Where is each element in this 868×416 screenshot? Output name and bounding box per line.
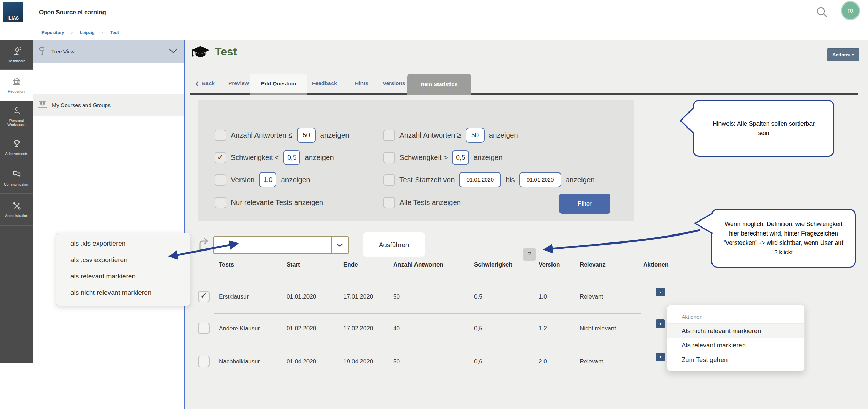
- cell-relevance: Relevant: [580, 288, 603, 306]
- tab-label: Item Statistics: [421, 81, 457, 87]
- sidebar-item-repository[interactable]: Repository: [0, 70, 33, 101]
- user-icon: [12, 106, 21, 116]
- sidebar-item-dashboard[interactable]: Dashboard: [0, 40, 33, 70]
- ilias-logo[interactable]: ILIAS: [3, 2, 23, 22]
- tree-item-my-courses[interactable]: My Courses and Groups: [33, 94, 184, 116]
- checkbox-unchecked[interactable]: [215, 197, 226, 208]
- column-header-start[interactable]: Start: [287, 261, 300, 268]
- filter-label: Test-Startzeit von: [399, 176, 455, 184]
- row-checkbox-unchecked[interactable]: [198, 323, 210, 334]
- annotation-bubble-sortable: Hinweis: Alle Spalten sollen sortierbar …: [693, 100, 834, 157]
- column-header-schwierigkeit[interactable]: Schwierigkeit: [474, 261, 512, 268]
- search-icon[interactable]: [816, 6, 828, 18]
- check-icon: ✓: [217, 153, 224, 161]
- select-chevron-down-icon[interactable]: [331, 237, 348, 253]
- table-divider: [214, 279, 641, 279]
- row-actions-dropdown-button[interactable]: ▾: [656, 288, 665, 296]
- row-checkbox-unchecked[interactable]: [198, 356, 210, 367]
- checkbox-unchecked[interactable]: [383, 174, 395, 186]
- tab-item-statistics-active[interactable]: Item Statistics: [407, 74, 471, 95]
- sidebar-item-administration[interactable]: Administration: [0, 194, 33, 226]
- checkbox-unchecked[interactable]: [383, 152, 395, 163]
- tab-feedback[interactable]: Feedback: [312, 80, 337, 86]
- sidebar-item-label: Communication: [4, 182, 29, 186]
- tab-preview[interactable]: Preview: [228, 80, 249, 86]
- difficulty-gt-input[interactable]: [452, 150, 469, 165]
- bulk-apply-arrow-icon: [197, 238, 211, 252]
- column-header-relevanz[interactable]: Relevanz: [580, 261, 606, 268]
- filter-start-time: Test-Startzeit von bis anzeigen: [383, 171, 595, 188]
- trophy-icon: [12, 139, 21, 149]
- checkbox-unchecked[interactable]: [383, 130, 395, 141]
- test-object-icon: [190, 44, 211, 63]
- filter-label: anzeigen: [320, 131, 349, 139]
- top-bar: ILIAS Open Source eLearning ro: [0, 0, 868, 25]
- actions-button[interactable]: Actions ▾: [827, 48, 859, 61]
- execute-button[interactable]: Ausführen: [363, 232, 425, 257]
- tab-edit-question[interactable]: Edit Question: [250, 74, 307, 95]
- content-left-border: [184, 40, 185, 409]
- chevron-down-icon[interactable]: [169, 48, 178, 55]
- cell-version: 1.2: [539, 319, 547, 338]
- sidebar-item-label: Administration: [5, 214, 28, 218]
- column-header-tests[interactable]: Tests: [219, 261, 234, 268]
- row-actions-dropdown-button[interactable]: ▾: [656, 319, 665, 328]
- checkbox-unchecked[interactable]: [215, 130, 226, 141]
- breadcrumb-repository[interactable]: Repository: [41, 30, 64, 35]
- tab-hints[interactable]: Hints: [355, 80, 368, 86]
- menu-item-export-csv[interactable]: als .csv exportieren: [56, 252, 190, 268]
- filter-label: anzeigen: [489, 131, 518, 139]
- start-date-from-input[interactable]: [459, 172, 501, 187]
- column-header-aktionen[interactable]: Aktionen: [643, 261, 669, 268]
- filter-panel: Anzahl Antworten ≤ anzeigen Anzahl Antwo…: [198, 100, 634, 221]
- column-header-anzahl-antworten[interactable]: Anzahl Antworten: [393, 261, 443, 268]
- checkbox-unchecked[interactable]: [215, 174, 226, 186]
- sidebar-item-communication[interactable]: Communication: [0, 163, 33, 194]
- cell-version: 2.0: [539, 353, 547, 371]
- answers-lte-input[interactable]: [297, 128, 316, 143]
- cell-difficulty: 0,6: [474, 353, 482, 371]
- version-input[interactable]: [259, 172, 276, 187]
- tab-versions[interactable]: Versions: [383, 80, 405, 86]
- cell-test: Andere Klausur: [219, 319, 260, 338]
- bulk-action-select[interactable]: [213, 236, 349, 254]
- filter-answers-lte: Anzahl Antworten ≤ anzeigen: [215, 127, 349, 144]
- breadcrumb-test[interactable]: Test: [110, 30, 119, 35]
- answers-gte-input[interactable]: [466, 128, 485, 143]
- filter-version: Version anzeigen: [215, 171, 310, 188]
- menu-item-go-to-test[interactable]: Zum Test gehen: [667, 353, 804, 367]
- start-date-to-input[interactable]: [519, 172, 561, 187]
- cell-relevance: Nicht relevant: [580, 319, 616, 338]
- cell-ende: 19.04.2020: [343, 353, 373, 371]
- tree-view-header[interactable]: Tree View: [33, 40, 184, 63]
- sidebar-item-personal-workspace[interactable]: Personal Workspace: [0, 101, 33, 132]
- menu-item-mark-not-relevant[interactable]: als nicht relevant markieren: [56, 284, 190, 301]
- column-header-version[interactable]: Version: [539, 261, 560, 268]
- filter-difficulty-gt: Schwierigkeit > anzeigen: [383, 149, 503, 166]
- menu-item-mark-relevant[interactable]: Als relevant markieren: [667, 338, 804, 353]
- filter-label: anzeigen: [305, 153, 334, 162]
- checkbox-checked[interactable]: ✓: [215, 152, 226, 163]
- breadcrumb-leipzig[interactable]: Leipzig: [80, 30, 95, 35]
- row-actions-menu-title: Aktionen: [667, 311, 804, 323]
- avatar[interactable]: ro: [841, 1, 860, 20]
- cell-answers: 40: [393, 319, 400, 338]
- filter-label: Schwierigkeit >: [399, 153, 448, 162]
- tab-label: Versions: [383, 80, 405, 86]
- column-header-ende[interactable]: Ende: [343, 261, 358, 268]
- row-checkbox-checked[interactable]: ✓: [198, 291, 210, 302]
- menu-item-mark-not-relevant[interactable]: Als nicht relevant markieren: [667, 323, 804, 338]
- tab-back[interactable]: ❮ Back: [195, 80, 215, 86]
- difficulty-help-badge[interactable]: ?: [523, 248, 536, 261]
- menu-item-export-xls[interactable]: als .xls exportieren: [56, 235, 190, 252]
- difficulty-lt-input[interactable]: [283, 150, 300, 165]
- cell-start: 01.04.2020: [287, 353, 316, 371]
- sidebar-item-achievements[interactable]: Achievements: [0, 132, 33, 163]
- filter-submit-button[interactable]: Filter: [559, 194, 610, 214]
- filter-label: Version: [231, 176, 254, 184]
- checkbox-unchecked[interactable]: [383, 197, 395, 208]
- main-sidebar: Dashboard Repository Personal Workspace …: [0, 40, 33, 363]
- row-actions-dropdown-button[interactable]: ▾: [656, 353, 665, 361]
- menu-item-mark-relevant[interactable]: als relevant markieren: [56, 268, 190, 284]
- sidebar-item-label: Dashboard: [8, 59, 25, 63]
